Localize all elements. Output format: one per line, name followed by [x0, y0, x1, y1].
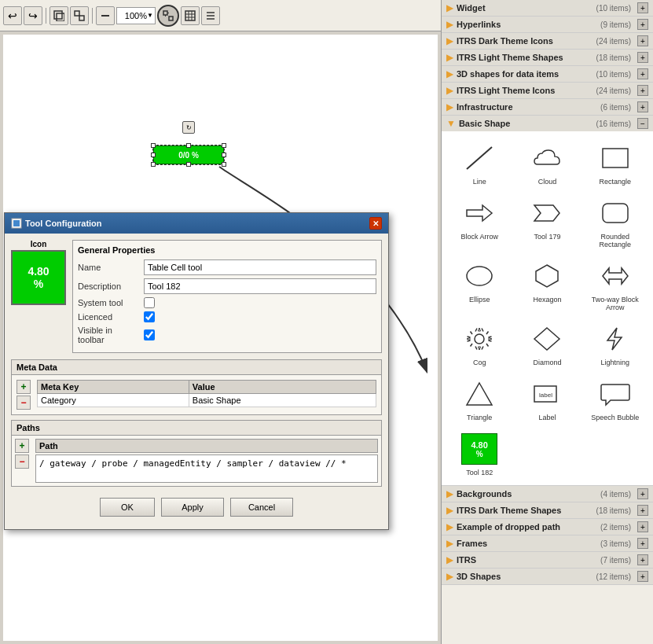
sidebar: ▶ Widget (10 items) + ▶ Hyperlinks (9 it…	[441, 0, 653, 644]
system-tool-checkbox[interactable]	[144, 297, 155, 308]
cat-toggle-infrastructure[interactable]: +	[637, 101, 648, 112]
visible-checkbox[interactable]	[144, 329, 155, 340]
shape-tool182[interactable]: 4.80 % Tool 182	[446, 427, 512, 480]
zoom-out-button[interactable]	[96, 6, 115, 25]
folder-icon-5: ▶	[446, 68, 453, 79]
cat-toggle-dropped-path[interactable]: +	[637, 521, 648, 532]
cat-count-basic-shape: (16 items)	[596, 120, 631, 128]
cat-toggle-itrs-dark-shapes[interactable]: +	[637, 505, 648, 516]
shape-ellipse[interactable]: Ellipse	[446, 254, 512, 315]
cancel-button[interactable]: Cancel	[230, 498, 293, 517]
resize-handle-br[interactable]	[222, 162, 226, 167]
path-remove-button[interactable]: −	[15, 454, 29, 469]
shape-label-line: Line	[473, 178, 486, 186]
meta-data-title: Meta Data	[12, 360, 381, 375]
shape-block-arrow[interactable]: Block Arrow	[446, 191, 512, 252]
resize-handle-ml[interactable]	[151, 153, 156, 157]
sidebar-category-3d-data: ▶ 3D shapes for data items (10 items) +	[442, 66, 653, 83]
shape-speech-bubble[interactable]: Speech Bubble	[582, 372, 648, 425]
shape-icon-cloud	[529, 140, 565, 176]
svg-rect-5	[163, 11, 167, 15]
cat-toggle-itrs-light-icons[interactable]: +	[637, 85, 648, 96]
zoom-input[interactable]: 100%	[119, 11, 147, 20]
description-input[interactable]: Tool 182	[144, 278, 376, 294]
sidebar-category-3d-shapes: ▶ 3D Shapes (12 items) +	[442, 569, 653, 585]
folder-icon-3: ▶	[446, 35, 453, 46]
shape-triangle[interactable]: Triangle	[446, 372, 512, 425]
cat-toggle-basic-shape[interactable]: −	[637, 118, 648, 129]
cat-toggle-itrs[interactable]: +	[637, 554, 648, 565]
meta-add-button[interactable]: +	[17, 380, 31, 394]
name-input[interactable]: Table Cell tool	[144, 259, 376, 275]
resize-handle-mr[interactable]	[222, 153, 226, 157]
dialog-close-button[interactable]: ✕	[369, 217, 382, 230]
cat-toggle-itrs-light-shapes[interactable]: +	[637, 52, 648, 63]
svg-rect-3	[79, 16, 84, 20]
resize-handle-tm[interactable]	[186, 143, 191, 148]
shape-icon-hexagon	[529, 258, 565, 294]
shape-cog[interactable]: Cog	[446, 317, 512, 370]
shape-two-way-arrow[interactable]: Two-way Block Arrow	[582, 254, 648, 315]
cat-toggle-itrs-dark-icons[interactable]: +	[637, 35, 648, 46]
sidebar-category-itrs: ▶ ITRS (7 items) +	[442, 552, 653, 569]
paths-textarea[interactable]: / gateway / probe / managedEntity / samp…	[35, 454, 378, 483]
element-text: 0/0 %	[178, 151, 199, 160]
shape-label-rectangle: Rectangle	[600, 178, 632, 186]
svg-rect-4	[101, 15, 109, 17]
shape-lightning[interactable]: Lightning	[582, 317, 648, 370]
cat-label-infrastructure: Infrastructure	[457, 102, 597, 112]
shape-label-shape[interactable]: label Label	[514, 372, 580, 425]
settings-button[interactable]	[201, 6, 220, 25]
cat-count-itrs-dark-shapes: (18 items)	[596, 506, 631, 515]
ok-button[interactable]: OK	[100, 498, 155, 517]
svg-marker-26	[536, 265, 558, 287]
shape-rectangle[interactable]: Rectangle	[582, 136, 648, 190]
cat-toggle-hyperlinks[interactable]: +	[637, 19, 648, 30]
cat-count-widget: (10 items)	[596, 4, 631, 13]
rotation-handle[interactable]: ↻	[182, 121, 195, 134]
cat-toggle-3d-data[interactable]: +	[637, 68, 648, 79]
grid-button[interactable]	[181, 6, 200, 25]
shape-label-rounded-rect: Rounded Rectangle	[585, 233, 646, 248]
shape-icon-cog	[461, 321, 497, 357]
shape-rounded-rect[interactable]: Rounded Rectangle	[582, 191, 648, 252]
path-col-header: Path	[35, 439, 378, 453]
shape-tool179[interactable]: Tool 179	[514, 191, 580, 252]
shape-hexagon[interactable]: Hexagon	[514, 254, 580, 315]
sidebar-category-dropped-path: ▶ Example of dropped path (2 items) +	[442, 519, 653, 535]
resize-handle-tr[interactable]	[222, 143, 226, 148]
shape-cloud[interactable]: Cloud	[514, 136, 580, 190]
svg-rect-24	[603, 204, 628, 223]
canvas-element[interactable]: ↻ 0/0 %	[152, 145, 225, 165]
cat-toggle-widget[interactable]: +	[637, 2, 648, 13]
shape-button[interactable]	[70, 6, 89, 25]
fit-button[interactable]	[157, 5, 179, 27]
select-button[interactable]	[50, 6, 68, 25]
undo-button[interactable]: ↩	[3, 6, 22, 25]
zoom-dropdown-arrow[interactable]: ▼	[147, 12, 153, 19]
separator-2	[92, 8, 93, 24]
svg-rect-0	[54, 11, 62, 19]
cat-toggle-3d-shapes[interactable]: +	[637, 571, 648, 582]
licenced-checkbox[interactable]	[144, 311, 155, 322]
resize-handle-bm[interactable]	[186, 162, 191, 167]
resize-handle-bl[interactable]	[151, 162, 156, 167]
system-tool-label: System tool	[78, 298, 141, 307]
folder-icon-9: ▶	[446, 488, 453, 499]
cat-count-itrs-dark-icons: (24 items)	[596, 37, 631, 46]
cat-toggle-frames[interactable]: +	[637, 538, 648, 549]
redo-button[interactable]: ↪	[24, 6, 42, 25]
cat-toggle-backgrounds[interactable]: +	[637, 488, 648, 499]
svg-marker-30	[607, 328, 622, 350]
shape-label-ellipse: Ellipse	[469, 296, 490, 304]
path-add-button[interactable]: +	[15, 439, 29, 453]
table-row[interactable]: Category Basic Shape	[38, 394, 376, 407]
apply-button[interactable]: Apply	[161, 498, 224, 517]
resize-handle-tl[interactable]	[151, 143, 156, 148]
shape-label-label: Label	[538, 414, 556, 421]
meta-key-cell: Category	[38, 394, 189, 407]
shape-diamond[interactable]: Diamond	[514, 317, 580, 370]
meta-data-section: Meta Data + −	[11, 359, 382, 415]
shape-line[interactable]: Line	[446, 136, 512, 190]
meta-remove-button[interactable]: −	[17, 396, 31, 410]
